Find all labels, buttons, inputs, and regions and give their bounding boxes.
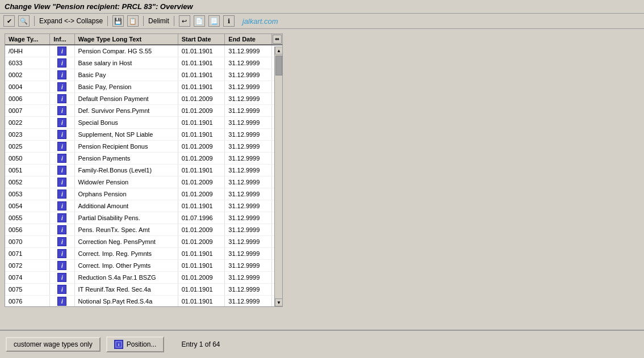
info-icon[interactable]: i — [57, 154, 66, 163]
info-cell[interactable]: i — [50, 45, 74, 57]
scrollbar[interactable]: ▲ ▼ — [274, 47, 282, 306]
info-icon[interactable]: i — [57, 166, 66, 175]
info-icon[interactable]: i — [57, 189, 66, 199]
scroll-down-arrow[interactable]: ▼ — [275, 298, 282, 306]
info-cell[interactable]: i — [50, 296, 74, 307]
table-row[interactable]: 0055iPartial Disability Pens.01.07.19963… — [5, 212, 282, 224]
customer-wage-types-button[interactable]: customer wage types only — [6, 337, 101, 352]
save2-toolbar-btn[interactable]: 📋 — [127, 15, 139, 27]
table-row[interactable]: 0054iAdditional Amount01.01.190131.12.99… — [5, 200, 282, 212]
info-cell[interactable]: i — [50, 236, 74, 248]
info-cell[interactable]: i — [50, 105, 74, 117]
wage-type-cell: 0075 — [5, 284, 50, 296]
start-date-cell: 01.07.1996 — [178, 212, 225, 224]
info-cell[interactable]: i — [50, 165, 74, 176]
long-text-cell: Additional Amount — [74, 200, 178, 212]
table-row[interactable]: 0072iCorrect. Imp. Other Pymts01.01.1901… — [5, 260, 282, 272]
scroll-up-arrow[interactable]: ▲ — [275, 47, 282, 54]
long-text-cell: Correct. Imp. Reg. Pymnts — [74, 248, 178, 260]
info-cell[interactable]: i — [50, 212, 74, 224]
table-row[interactable]: 0006iDefault Pension Payment01.01.200931… — [5, 93, 282, 105]
info-icon[interactable]: i — [57, 47, 66, 56]
info-icon[interactable]: i — [57, 249, 66, 258]
col-info: Inf... — [50, 34, 74, 45]
info-cell[interactable]: i — [50, 141, 74, 153]
info-icon[interactable]: i — [57, 297, 66, 306]
info-cell[interactable]: i — [50, 93, 74, 105]
start-date-cell: 01.01.1901 — [178, 69, 225, 81]
table-row[interactable]: 0071iCorrect. Imp. Reg. Pymnts01.01.1901… — [5, 248, 282, 260]
table-row[interactable]: 0004iBasic Pay, Pension01.01.190131.12.9… — [5, 81, 282, 93]
info-cell[interactable]: i — [50, 200, 74, 212]
info-icon[interactable]: i — [57, 237, 66, 246]
start-date-cell: 01.01.1901 — [178, 200, 225, 212]
info-cell[interactable]: i — [50, 260, 74, 272]
table-row[interactable]: 0075iIT Reunif.Tax Red. Sec.4a01.01.1901… — [5, 284, 282, 296]
info-cell[interactable]: i — [50, 248, 74, 260]
info-cell[interactable]: i — [50, 176, 74, 188]
info-icon[interactable]: i — [57, 201, 66, 210]
info-icon[interactable]: i — [57, 142, 66, 151]
table-row[interactable]: 6033iBase salary in Host01.01.190131.12.… — [5, 57, 282, 69]
info-cell[interactable]: i — [50, 284, 74, 296]
info-cell[interactable]: i — [50, 188, 74, 200]
table-row[interactable]: 0070iCorrection Neg. PensPymnt01.01.2009… — [5, 236, 282, 248]
info-icon[interactable]: i — [57, 70, 66, 79]
table-row[interactable]: 0052iWidow/er Pension01.01.200931.12.999… — [5, 176, 282, 188]
info-cell[interactable]: i — [50, 129, 74, 141]
info-icon[interactable]: i — [57, 213, 66, 222]
col-resize[interactable]: ⇔ — [272, 34, 283, 45]
detail-toolbar-btn[interactable]: 📃 — [208, 15, 220, 27]
info-cell[interactable]: i — [50, 272, 74, 284]
info-cell[interactable]: i — [50, 81, 74, 93]
table-row[interactable]: 0056iPens. ReunTx. Spec. Amt01.01.200931… — [5, 224, 282, 236]
start-date-cell: 01.01.1901 — [178, 165, 225, 176]
table-row[interactable]: 0025iPension Recipient Bonus01.01.200931… — [5, 141, 282, 153]
info-icon[interactable]: i — [57, 285, 66, 294]
check-toolbar-btn[interactable]: ✔ — [3, 15, 15, 27]
table-row[interactable]: /0HHiPension Compar. HG S.5501.01.190131… — [5, 45, 282, 57]
info-icon[interactable]: i — [57, 106, 66, 115]
info-icon[interactable]: i — [57, 130, 66, 139]
info-cell[interactable]: i — [50, 153, 74, 165]
info-icon[interactable]: i — [57, 273, 66, 282]
info-icon[interactable]: i — [57, 178, 66, 187]
table-row[interactable]: 0051iFamily-Rel.Bonus (Level1)01.01.1901… — [5, 165, 282, 176]
start-date-cell: 01.01.2009 — [178, 224, 225, 236]
undo-toolbar-btn[interactable]: ↩ — [179, 15, 190, 27]
info-icon[interactable]: i — [57, 82, 66, 91]
expand-collapse-btn[interactable]: Expand <-> Collapse — [39, 17, 103, 25]
info-icon[interactable]: i — [57, 94, 66, 103]
table-row[interactable]: 0023iSupplement, Not SP Liable01.01.1901… — [5, 129, 282, 141]
wage-type-cell: 0025 — [5, 141, 50, 153]
copy-toolbar-btn[interactable]: 📄 — [194, 15, 205, 27]
info-icon[interactable]: i — [57, 118, 66, 127]
table-row[interactable]: 0076iNotional Sp.Payt Red.S.4a01.01.1901… — [5, 296, 282, 307]
scroll-thumb[interactable] — [275, 56, 282, 75]
save-toolbar-btn[interactable]: 💾 — [112, 15, 124, 27]
info-icon[interactable]: i — [57, 225, 66, 234]
table-row[interactable]: 0053iOrphans Pension01.01.200931.12.9999 — [5, 188, 282, 200]
delimit-btn[interactable]: Delimit — [148, 17, 169, 25]
info-cell[interactable]: i — [50, 224, 74, 236]
table-row[interactable]: 0007iDef. Survivor Pens.Pymnt01.01.20093… — [5, 105, 282, 117]
table-row[interactable]: 0050iPension Payments01.01.200931.12.999… — [5, 153, 282, 165]
position-button[interactable]: i Position... — [106, 336, 165, 352]
info-cell[interactable]: i — [50, 57, 74, 69]
info-cell[interactable]: i — [50, 69, 74, 81]
end-date-cell: 31.12.9999 — [225, 129, 272, 141]
info-icon[interactable]: i — [57, 58, 66, 68]
info-icon[interactable]: i — [57, 261, 66, 270]
table-row[interactable]: 0002iBasic Pay01.01.190131.12.9999 — [5, 69, 282, 81]
long-text-cell: Orphans Pension — [74, 188, 178, 200]
col-wage-type: Wage Ty... — [5, 34, 50, 45]
table-row[interactable]: 0074iReduction S.4a Par.1 BSZG01.01.2009… — [5, 272, 282, 284]
find-toolbar-btn[interactable]: 🔍 — [18, 15, 30, 27]
long-text-cell: Pension Payments — [74, 153, 178, 165]
info-cell[interactable]: i — [50, 117, 74, 129]
position-icon: i — [114, 340, 123, 349]
wage-type-cell: 0002 — [5, 69, 50, 81]
table-row[interactable]: 0022iSpecial Bonus01.01.190131.12.9999 — [5, 117, 282, 129]
end-date-cell: 31.12.9999 — [225, 117, 272, 129]
info-toolbar-btn[interactable]: ℹ — [223, 15, 235, 27]
